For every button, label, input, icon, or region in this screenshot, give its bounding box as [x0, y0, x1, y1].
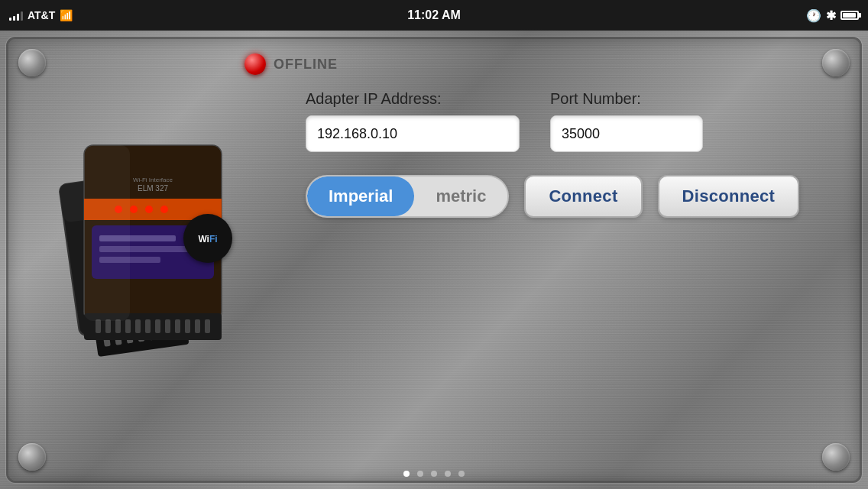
svg-rect-28 [165, 319, 170, 333]
buttons-row: Imperial metric Connect Disconnect [306, 175, 822, 218]
main-content: ELM 327 Wi-Fi Interface WiFi OFFLINE Ada… [0, 31, 868, 489]
svg-point-14 [145, 206, 153, 213]
battery-icon [840, 11, 859, 20]
connection-status-indicator [245, 53, 266, 75]
svg-rect-29 [175, 319, 180, 333]
port-field-group: Port Number: [550, 90, 703, 152]
offline-label: OFFLINE [274, 57, 338, 73]
page-dot-2[interactable] [417, 471, 423, 477]
svg-rect-22 [105, 319, 111, 333]
svg-point-13 [130, 206, 138, 213]
port-label: Port Number: [550, 90, 703, 108]
page-dot-4[interactable] [445, 471, 451, 477]
ip-label: Adapter IP Address: [306, 90, 520, 108]
svg-rect-32 [205, 319, 210, 333]
signal-bars-icon [9, 10, 23, 21]
wifi-status-icon: 📶 [60, 9, 73, 21]
svg-rect-26 [145, 319, 151, 333]
ip-input[interactable] [306, 115, 520, 152]
svg-rect-33 [84, 145, 130, 321]
metric-option[interactable]: metric [414, 176, 507, 216]
page-dot-5[interactable] [458, 471, 465, 477]
imperial-option[interactable]: Imperial [307, 176, 414, 216]
carrier-label: AT&T [28, 9, 55, 21]
page-dot-3[interactable] [431, 471, 437, 477]
svg-rect-31 [195, 319, 200, 333]
svg-point-15 [160, 206, 168, 213]
ip-field-group: Adapter IP Address: [306, 90, 520, 152]
device-area: ELM 327 Wi-Fi Interface WiFi [31, 92, 275, 413]
wifi-badge: WiFi [183, 214, 232, 263]
status-time: 11:02 AM [407, 8, 461, 22]
svg-rect-21 [96, 319, 101, 333]
svg-rect-23 [115, 319, 121, 333]
status-bar: AT&T 📶 11:02 AM 🕐 ✱ [0, 0, 868, 31]
svg-rect-25 [135, 319, 141, 333]
connect-button[interactable]: Connect [524, 175, 642, 218]
port-input[interactable] [550, 115, 703, 152]
offline-row: OFFLINE [245, 53, 822, 75]
svg-rect-27 [155, 319, 160, 333]
svg-rect-30 [185, 319, 190, 333]
status-left: AT&T 📶 [9, 9, 73, 21]
form-area: Adapter IP Address: Port Number: [306, 90, 822, 152]
svg-text:ELM 327: ELM 327 [138, 184, 168, 193]
units-toggle[interactable]: Imperial metric [306, 175, 509, 218]
status-right: 🕐 ✱ [806, 8, 859, 23]
disconnect-button[interactable]: Disconnect [658, 175, 800, 218]
page-dot-1[interactable] [403, 471, 410, 477]
svg-text:Wi-Fi Interface: Wi-Fi Interface [133, 176, 173, 183]
clock-icon: 🕐 [806, 8, 821, 23]
bluetooth-icon: ✱ [826, 8, 836, 23]
svg-rect-24 [125, 319, 131, 333]
page-dots [403, 471, 465, 477]
